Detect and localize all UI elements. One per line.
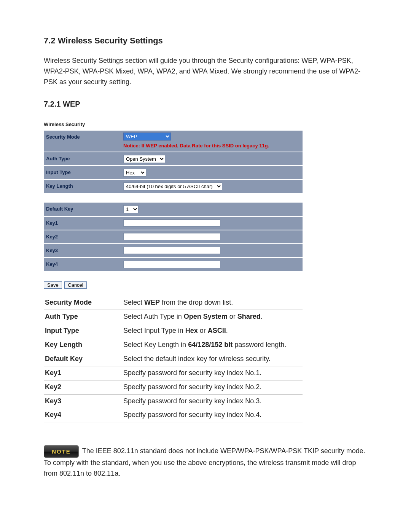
select-key-length[interactable]: 40/64-bit (10 hex digits or 5 ASCII char… [123, 182, 222, 190]
desc-term: Key3 [44, 394, 122, 408]
desc-row: Key2 Specify password for security key i… [44, 380, 303, 394]
desc-term: Key2 [44, 380, 122, 394]
cancel-button[interactable]: Cancel [64, 281, 86, 289]
desc-text: Specify password for security key index … [122, 380, 303, 394]
input-key4[interactable] [123, 261, 220, 268]
desc-row: Default Key Select the default index key… [44, 352, 303, 366]
notice-wep: Notice: If WEP enabled, Data Rate for th… [123, 142, 300, 150]
desc-row: Auth Type Select Auth Type in Open Syste… [44, 310, 303, 324]
label-input-type: Input Type [44, 166, 121, 179]
desc-term: Default Key [44, 352, 122, 366]
row-key1: Key1 [44, 217, 303, 230]
desc-term: Key4 [44, 408, 122, 422]
config-group-keys: Default Key 1 Key1 Key2 Key3 Key4 [44, 203, 303, 271]
row-key4: Key4 [44, 258, 303, 271]
desc-term: Key Length [44, 338, 122, 352]
select-auth-type[interactable]: Open System [123, 155, 165, 163]
label-key2: Key2 [44, 230, 121, 243]
label-security-mode: Security Mode [44, 131, 121, 152]
panel-header: Wireless Security [44, 121, 303, 128]
desc-text: Select WEP from the drop down list. [122, 296, 303, 310]
description-table: Security Mode Select WEP from the drop d… [44, 296, 303, 422]
desc-text: Select the default index key for wireles… [122, 352, 303, 366]
save-button[interactable]: Save [44, 281, 62, 289]
label-auth-type: Auth Type [44, 152, 121, 165]
input-key2[interactable] [123, 233, 220, 240]
note-block: NOTE The IEEE 802.11n standard does not … [44, 445, 367, 479]
desc-row: Input Type Select Input Type in Hex or A… [44, 324, 303, 338]
label-key1: Key1 [44, 217, 121, 230]
desc-text: Select Auth Type in Open System or Share… [122, 310, 303, 324]
select-default-key[interactable]: 1 [123, 205, 139, 213]
desc-term: Input Type [44, 324, 122, 338]
input-key3[interactable] [123, 247, 220, 254]
desc-text: Specify password for security key index … [122, 366, 303, 380]
row-security-mode: Security Mode WEP Notice: If WEP enabled… [44, 131, 303, 152]
wireless-security-panel: Wireless Security Security Mode WEP Noti… [44, 121, 303, 289]
intro-text: Wireless Security Settings section will … [44, 56, 367, 88]
desc-text: Specify password for security key index … [122, 394, 303, 408]
desc-row: Key Length Select Key Length in 64/128/1… [44, 338, 303, 352]
config-group-general: Security Mode WEP Notice: If WEP enabled… [44, 131, 303, 193]
desc-row: Key4 Specify password for security key i… [44, 408, 303, 422]
button-row: Save Cancel [44, 281, 303, 289]
desc-row: Key1 Specify password for security key i… [44, 366, 303, 380]
label-key4: Key4 [44, 258, 121, 271]
desc-row: Key3 Specify password for security key i… [44, 394, 303, 408]
row-default-key: Default Key 1 [44, 203, 303, 216]
row-auth-type: Auth Type Open System [44, 152, 303, 166]
desc-text: Specify password for security key index … [122, 408, 303, 422]
desc-term: Key1 [44, 366, 122, 380]
label-default-key: Default Key [44, 203, 121, 216]
row-key3: Key3 [44, 244, 303, 258]
note-badge-icon: NOTE [44, 445, 79, 458]
desc-row: Security Mode Select WEP from the drop d… [44, 296, 303, 310]
label-key-length: Key Length [44, 180, 121, 193]
section-title: 7.2 Wireless Security Settings [44, 34, 367, 47]
subsection-title: 7.2.1 WEP [44, 98, 367, 110]
label-key3: Key3 [44, 244, 121, 257]
row-key-length: Key Length 40/64-bit (10 hex digits or 5… [44, 180, 303, 193]
note-text: The IEEE 802.11n standard does not inclu… [44, 447, 365, 478]
desc-text: Select Input Type in Hex or ASCII. [122, 324, 303, 338]
select-input-type[interactable]: Hex [123, 169, 146, 177]
input-key1[interactable] [123, 219, 220, 227]
desc-text: Select Key Length in 64/128/152 bit pass… [122, 338, 303, 352]
desc-term: Auth Type [44, 310, 122, 324]
desc-term: Security Mode [44, 296, 122, 310]
select-security-mode[interactable]: WEP [123, 133, 171, 141]
row-key2: Key2 [44, 230, 303, 244]
row-input-type: Input Type Hex [44, 166, 303, 180]
